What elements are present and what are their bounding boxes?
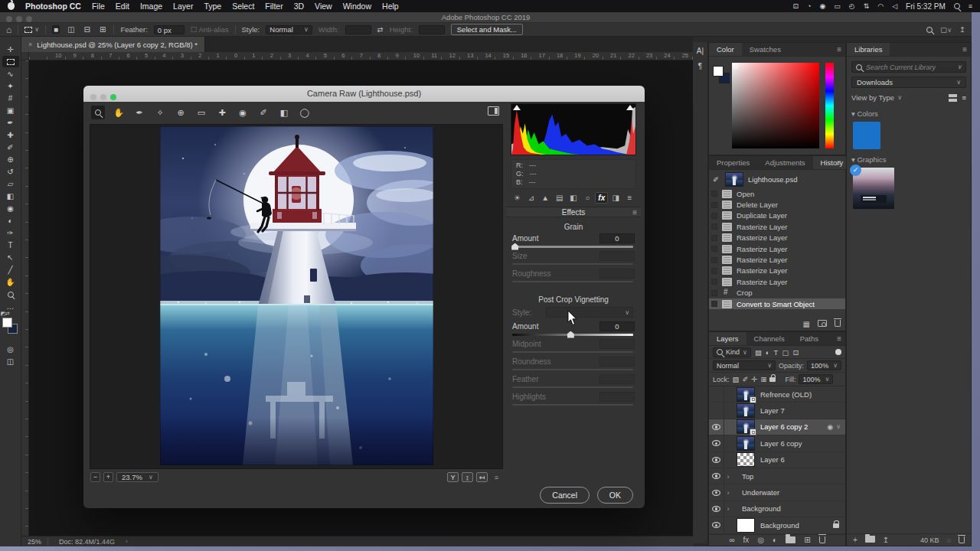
- status-volume[interactable]: ◁: [892, 2, 897, 10]
- close-button[interactable]: [6, 16, 12, 22]
- tool-eraser[interactable]: ▱: [2, 178, 19, 190]
- tool-eyedropper[interactable]: ✒: [2, 117, 19, 129]
- history-source-well[interactable]: [711, 279, 717, 285]
- lfoot-link-layers[interactable]: ∞: [729, 536, 734, 544]
- lk-lock-artboard[interactable]: ⊞: [760, 375, 766, 383]
- history-source-well[interactable]: [711, 191, 717, 197]
- cr-tab-split-toning[interactable]: ◧: [567, 194, 580, 202]
- cr-tab-hsl[interactable]: ▤: [553, 194, 566, 202]
- lf-filter-shape[interactable]: ▢: [782, 348, 789, 357]
- history-source-well[interactable]: [711, 202, 717, 208]
- history-source-well[interactable]: [711, 268, 717, 274]
- menu-item[interactable]: Edit: [116, 2, 129, 11]
- layers-panel-tab[interactable]: Paths: [792, 332, 826, 345]
- slider-thumb[interactable]: [567, 331, 574, 338]
- layer-thumbnail[interactable]: [737, 518, 755, 533]
- history-state-row[interactable]: Rasterize Layer: [709, 254, 845, 265]
- layer-name[interactable]: Background: [760, 521, 799, 530]
- tool-quick-selection[interactable]: ✦: [2, 80, 19, 92]
- cr-tab-detail[interactable]: ▲: [539, 194, 552, 202]
- tool-crop[interactable]: #: [2, 93, 19, 104]
- cr-view-before-after[interactable]: Y: [447, 472, 459, 482]
- history-brush-source-icon[interactable]: ✐: [711, 175, 720, 184]
- cr-tool-spot-removal[interactable]: ✚: [215, 106, 229, 119]
- tool-gradient[interactable]: ◧: [2, 191, 19, 202]
- library-graphic-item[interactable]: ✓: [853, 168, 894, 209]
- layer-name[interactable]: Layer 6 copy: [760, 439, 802, 448]
- color-panel-tab[interactable]: Color: [709, 43, 742, 56]
- layer-thumbnail[interactable]: [737, 387, 755, 402]
- lib-add-folder[interactable]: [865, 536, 875, 544]
- dock-character-panel[interactable]: A|: [694, 45, 707, 57]
- history-state-row[interactable]: Rasterize Layer: [709, 266, 845, 276]
- cr-tab-effects[interactable]: fx: [595, 192, 608, 204]
- layer-name[interactable]: Top: [742, 472, 753, 481]
- mode-intersect-selection[interactable]: ⊞: [98, 25, 107, 34]
- layer-thumbnail[interactable]: [737, 436, 755, 451]
- lk-lock-transparent[interactable]: ▨: [733, 375, 740, 383]
- lk-lock-move[interactable]: ✛: [751, 375, 757, 383]
- cr-tool-adjustment-brush[interactable]: ✐: [256, 106, 270, 119]
- camera-raw-preview[interactable]: [90, 124, 503, 469]
- history-source-well[interactable]: [711, 257, 717, 263]
- layers-panel-tab[interactable]: Channels: [746, 332, 792, 345]
- dock-paragraph-panel[interactable]: ¶: [694, 60, 707, 73]
- cr-view-view-menu[interactable]: ≡: [491, 472, 502, 482]
- lk-lock-paint[interactable]: ✐: [743, 375, 749, 383]
- visibility-toggle[interactable]: [709, 403, 724, 418]
- history-panel-tab[interactable]: Properties: [709, 156, 757, 169]
- layer-name[interactable]: Layer 7: [760, 406, 785, 415]
- slider-value-input[interactable]: 0: [599, 233, 635, 243]
- opacity-field[interactable]: 100%∨: [807, 360, 841, 370]
- panel-menu-icon[interactable]: ≡: [837, 43, 841, 57]
- library-search-input[interactable]: Search Current Library ∨: [851, 61, 966, 73]
- tool-lasso[interactable]: ∿: [2, 68, 19, 80]
- graphics-section-header[interactable]: ▾ Graphics: [851, 155, 966, 164]
- zoom-out-button[interactable]: −: [90, 472, 100, 482]
- app-search-icon[interactable]: [926, 27, 933, 33]
- lfoot-new-layer[interactable]: ⊞: [804, 536, 810, 544]
- history-snapshot-row[interactable]: ✐ Lighthouse.psd: [709, 170, 845, 188]
- cloud-sync-icon[interactable]: ◌: [947, 536, 951, 544]
- color-picker-ring[interactable]: [733, 64, 738, 69]
- libraries-tab[interactable]: Libraries: [847, 43, 890, 56]
- layer-row[interactable]: › Layer 7 ◉∨: [709, 403, 845, 419]
- lf-filter-pixel[interactable]: ▤: [755, 348, 762, 357]
- tool-brush[interactable]: ✐: [2, 142, 19, 153]
- zoom-in-button[interactable]: +: [103, 472, 113, 482]
- tool-rect-marquee[interactable]: [2, 56, 19, 67]
- tool-dodge[interactable]: ◐: [2, 215, 19, 227]
- group-twirl-icon[interactable]: ›: [724, 504, 732, 513]
- slider-value-input[interactable]: [599, 269, 635, 279]
- layer-row[interactable]: › Background ◉∨: [709, 517, 845, 533]
- lf-filter-adjustment[interactable]: ◐: [766, 348, 770, 357]
- status-keyboard[interactable]: ⇅: [864, 2, 870, 10]
- visibility-toggle[interactable]: [709, 386, 724, 402]
- select-and-mask-button[interactable]: Select and Mask...: [451, 24, 523, 35]
- style-select[interactable]: Normal∨: [266, 25, 312, 34]
- panel-menu-icon[interactable]: ≡: [962, 43, 967, 57]
- layer-row[interactable]: › Top ◉∨: [709, 468, 845, 484]
- cr-tool-white-balance[interactable]: ✒: [132, 106, 146, 119]
- history-state-row[interactable]: Delete Layer: [709, 199, 845, 210]
- pcv-style-select[interactable]: ∨: [546, 307, 633, 318]
- history-source-well[interactable]: [711, 290, 717, 296]
- lfoot-new-adjustment[interactable]: ◐: [773, 536, 777, 544]
- zoom-level-select[interactable]: 23.7%∨: [116, 472, 158, 482]
- blend-mode-select[interactable]: Normal∨: [713, 360, 776, 370]
- lfoot-add-mask[interactable]: ◎: [757, 536, 764, 544]
- foreground-background-swatches[interactable]: ◩⇄: [2, 318, 19, 337]
- tool-hand[interactable]: ✋: [2, 276, 19, 288]
- color-panel-tab[interactable]: Swatches: [742, 43, 789, 56]
- history-panel-tab[interactable]: History: [813, 156, 851, 169]
- saturation-brightness-field[interactable]: [732, 63, 819, 148]
- layer-thumbnail[interactable]: [737, 452, 755, 467]
- panel-menu-icon[interactable]: ≡: [837, 156, 841, 170]
- height-input[interactable]: [419, 25, 445, 34]
- app-menu[interactable]: Photoshop CC: [25, 2, 81, 11]
- feather-input[interactable]: 0 px: [154, 25, 185, 34]
- cr-tool-hand[interactable]: ✋: [112, 106, 126, 119]
- history-source-well[interactable]: [711, 223, 717, 230]
- group-twirl-icon[interactable]: ›: [724, 472, 732, 481]
- cr-tool-targeted-adjustment[interactable]: ⊕: [174, 106, 188, 119]
